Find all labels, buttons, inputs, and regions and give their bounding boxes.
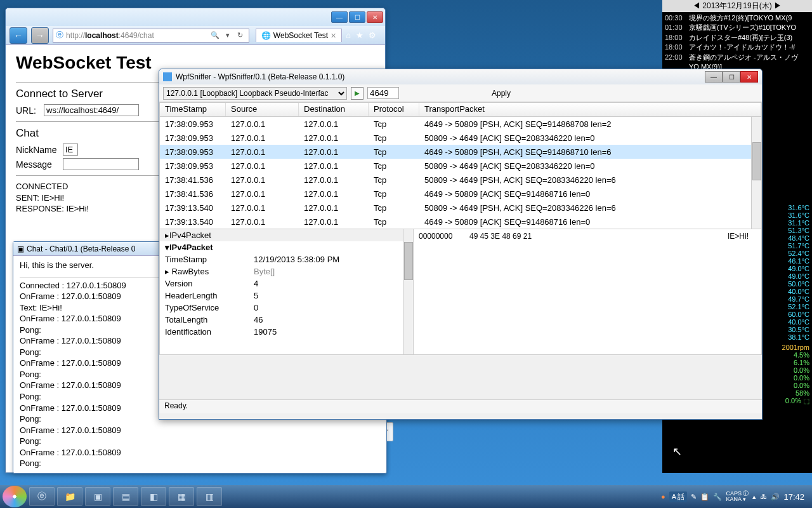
chat-log-line: OnFrame : 127.0.0.1:50809 <box>20 425 380 436</box>
dropdown-icon[interactable]: ▾ <box>222 30 233 41</box>
packet-row[interactable]: 17:39:13.540127.0.0.1127.0.0.1Tcp50809 -… <box>160 201 761 215</box>
property-row[interactable]: Identification19075 <box>160 326 413 338</box>
sniffer-toolbar: 127.0.0.1 [Loopback] Loopback Pseudo-Int… <box>159 84 762 102</box>
grid-header: TimeStamp Source Destination Protocol Tr… <box>160 103 761 117</box>
ie-titlebar[interactable]: — ☐ ✕ <box>6 8 385 26</box>
caps-kana-indicator: CAPS ⓘKANA ▾ <box>726 491 749 502</box>
packet-row[interactable]: 17:38:09.953127.0.0.1127.0.0.1Tcp4649 ->… <box>160 145 761 159</box>
tray-icon[interactable]: ● <box>661 493 665 500</box>
taskbar-app-icon[interactable]: ▥ <box>197 487 222 506</box>
taskbar[interactable]: ⓔ 📁 ▣ ▤ ◧ ▦ ▥ ● A 話 ✎ 📋 🔧 CAPS ⓘKANA ▾ ▴… <box>0 485 812 508</box>
schedule-item: 22:00蒼き鋼のアルペジオ -アルス・ノヴ <box>665 53 809 62</box>
packet-row[interactable]: 17:38:09.953127.0.0.1127.0.0.1Tcp50809 -… <box>160 131 761 145</box>
close-button[interactable]: ✕ <box>740 71 758 83</box>
vertical-scrollbar[interactable] <box>751 117 761 229</box>
interface-select[interactable]: 127.0.0.1 [Loopback] Loopback Pseudo-Int… <box>163 87 347 100</box>
app-icon <box>163 72 172 81</box>
ime-indicator[interactable]: A 話 <box>669 491 688 502</box>
ie-logo-icon: ⓔ <box>56 30 63 41</box>
address-bar[interactable]: ⓔ http:// localhost :4649 /chat 🔍 ▾ ↻ <box>53 29 249 43</box>
hex-view: 00000000 49 45 3E 48 69 21 IE>Hi! <box>414 229 761 354</box>
packet-grid[interactable]: TimeStamp Source Destination Protocol Tr… <box>159 102 762 229</box>
taskbar-app-icon[interactable]: ▣ <box>85 487 110 506</box>
back-button[interactable]: ← <box>10 27 27 44</box>
close-tab-icon[interactable]: ✕ <box>331 32 336 40</box>
browser-tab[interactable]: 🌐 WebSocket Test ✕ <box>256 29 342 42</box>
detail-scrollbar[interactable] <box>403 229 413 354</box>
chat-log-line: Pong: <box>20 458 380 469</box>
packet-row[interactable]: 17:38:41.536127.0.0.1127.0.0.1Tcp50809 -… <box>160 173 761 187</box>
nickname-label: NickName <box>16 145 59 155</box>
port-input[interactable] <box>367 87 399 99</box>
property-row[interactable]: TimeStamp12/19/2013 5:38:09 PM <box>160 253 413 265</box>
tray-expand-icon[interactable]: ▴ <box>752 493 756 501</box>
start-capture-button[interactable]: ▶ <box>351 87 363 100</box>
chat-icon: ▣ <box>17 244 24 253</box>
detail-pane: ▸ IPv4Packet ▾ IPv4Packet TimeStamp12/19… <box>159 229 762 355</box>
apply-button[interactable]: Apply <box>492 89 511 98</box>
tray-icon[interactable]: 🔧 <box>713 493 722 501</box>
volume-icon[interactable]: 🔊 <box>771 493 780 501</box>
tab-title: WebSocket Test <box>273 31 328 40</box>
taskbar-ie-icon[interactable]: ⓔ <box>29 487 55 506</box>
packet-row[interactable]: 17:38:09.953127.0.0.1127.0.0.1Tcp50809 -… <box>160 159 761 173</box>
taskbar-app-icon[interactable]: ▦ <box>169 487 194 506</box>
url-label: URL: <box>16 105 40 116</box>
property-row[interactable]: ▸ RawBytesByte[] <box>160 265 413 277</box>
taskbar-explorer-icon[interactable]: 📁 <box>57 487 82 506</box>
property-row[interactable]: TypeOfService0 <box>160 302 413 314</box>
favorites-icon[interactable]: ★ <box>356 30 363 40</box>
forward-button[interactable]: → <box>31 27 49 44</box>
close-button[interactable]: ✕ <box>367 11 383 23</box>
url-input[interactable] <box>44 104 139 116</box>
status-bar: Ready. <box>159 399 762 413</box>
packet-row[interactable]: 17:38:09.953127.0.0.1127.0.0.1Tcp4649 ->… <box>160 117 761 131</box>
start-button[interactable] <box>3 486 27 507</box>
sniffer-window: WpfSniffer - WpfSniffer/0.1 (Beta-Releas… <box>159 69 763 420</box>
maximize-button[interactable]: ☐ <box>349 11 365 23</box>
chat-log-line: OnFrame : 127.0.0.1:50809 <box>20 447 380 458</box>
schedule-item: 18:00アイカツ！-アイドルカツドウ！-# <box>665 43 809 52</box>
gadget-date[interactable]: ◀ 2013年12月19日(木) ▶ <box>662 0 812 12</box>
settings-icon[interactable]: ⚙ <box>369 30 376 40</box>
ie-nav-toolbar: ← → ⓔ http:// localhost :4649 /chat 🔍 ▾ … <box>6 26 385 45</box>
search-icon[interactable]: 🔍 <box>209 30 221 41</box>
message-input[interactable] <box>63 158 139 170</box>
page-icon: 🌐 <box>261 31 271 40</box>
schedule-item: 01:30京騒戯画(TVシリーズ)#10[TOKYO <box>665 23 809 32</box>
tray-icon[interactable]: ✎ <box>691 493 697 501</box>
sniffer-titlebar[interactable]: WpfSniffer - WpfSniffer/0.1 (Beta-Releas… <box>159 69 762 84</box>
nickname-input[interactable] <box>63 144 78 156</box>
home-icon[interactable]: ⌂ <box>346 30 351 40</box>
system-tray[interactable]: ● A 話 ✎ 📋 🔧 CAPS ⓘKANA ▾ ▴ 🖧 🔊 17:42 <box>661 491 809 502</box>
property-row[interactable]: TotalLength46 <box>160 314 413 326</box>
chat-log-line: Pong: <box>20 436 380 447</box>
minimize-button[interactable]: — <box>705 71 723 83</box>
packet-properties[interactable]: ▸ IPv4Packet ▾ IPv4Packet TimeStamp12/19… <box>160 229 414 354</box>
schedule-item: 00:30境界の彼方#12(終)[TOKYO MX(9 <box>665 13 809 23</box>
taskbar-app-icon[interactable]: ◧ <box>141 487 166 506</box>
packet-row[interactable]: 17:38:41.536127.0.0.1127.0.0.1Tcp4649 ->… <box>160 187 761 201</box>
property-row[interactable]: HeaderLength5 <box>160 290 413 302</box>
schedule-item: 18:00カレイドスター#48(再)[テレ玉(3) <box>665 33 809 43</box>
minimize-button[interactable]: — <box>331 11 348 23</box>
scroll-thumb[interactable] <box>752 142 761 180</box>
maximize-button[interactable]: ☐ <box>723 71 740 83</box>
property-row[interactable]: Version4 <box>160 277 413 290</box>
taskbar-app-icon[interactable]: ▤ <box>113 487 138 506</box>
clock[interactable]: 17:42 <box>783 492 804 502</box>
network-icon[interactable]: 🖧 <box>760 493 767 500</box>
tray-icon[interactable]: 📋 <box>700 493 709 501</box>
refresh-icon[interactable]: ↻ <box>235 30 246 41</box>
message-label: Message <box>16 159 59 170</box>
packet-row[interactable]: 17:39:13.540127.0.0.1127.0.0.1Tcp4649 ->… <box>160 215 761 229</box>
